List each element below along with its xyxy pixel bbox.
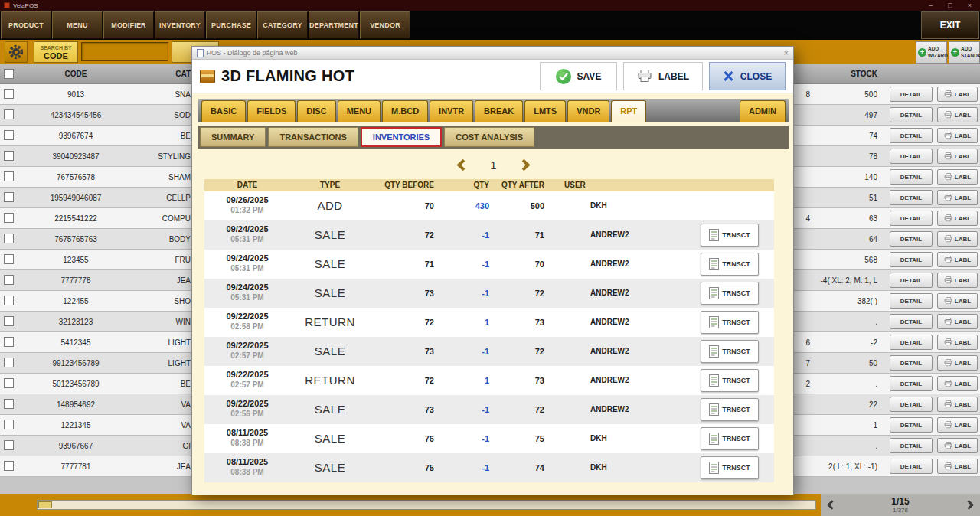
- horizontal-scrollbar[interactable]: [37, 500, 816, 510]
- detail-button[interactable]: DETAIL: [890, 355, 933, 371]
- row-checkbox[interactable]: [4, 171, 14, 181]
- labl-button[interactable]: LABL: [937, 107, 978, 122]
- row-checkbox[interactable]: [4, 440, 14, 450]
- settings-button[interactable]: [5, 41, 28, 63]
- dialog-tab-admin[interactable]: ADMIN: [740, 100, 786, 122]
- trnsct-button[interactable]: TRNSCT: [701, 311, 759, 334]
- search-by-code-button[interactable]: SEARCH BY CODE: [34, 41, 78, 63]
- dialog-tab-mbcd[interactable]: M.BCD: [382, 100, 428, 122]
- dialog-tab-menu[interactable]: MENU: [338, 100, 381, 122]
- dialog-tab-fields[interactable]: FIELDS: [247, 100, 296, 122]
- menu-item-category[interactable]: CATEGORY: [257, 11, 308, 39]
- row-checkbox[interactable]: [4, 399, 14, 409]
- dialog-close-icon[interactable]: ×: [784, 48, 789, 57]
- row-checkbox[interactable]: [4, 151, 14, 161]
- labl-button[interactable]: LABL: [937, 211, 978, 226]
- labl-button[interactable]: LABL: [937, 231, 978, 247]
- detail-button[interactable]: DETAIL: [890, 314, 933, 329]
- search-input[interactable]: [81, 42, 168, 61]
- row-checkbox[interactable]: [4, 254, 14, 264]
- menu-item-modifier[interactable]: MODIFIER: [103, 11, 154, 39]
- prev-inventory-page-icon[interactable]: [457, 158, 469, 171]
- detail-button[interactable]: DETAIL: [890, 335, 933, 350]
- menu-item-inventory[interactable]: INVENTORY: [155, 11, 205, 39]
- detail-button[interactable]: DETAIL: [890, 169, 933, 185]
- next-page-icon[interactable]: [964, 500, 974, 510]
- row-checkbox[interactable]: [4, 130, 14, 140]
- labl-button[interactable]: LABL: [937, 417, 978, 433]
- row-checkbox[interactable]: [4, 316, 14, 326]
- menu-item-menu[interactable]: MENU: [52, 11, 103, 39]
- trnsct-button[interactable]: TRNSCT: [701, 369, 759, 392]
- detail-button[interactable]: DETAIL: [890, 107, 933, 122]
- labl-button[interactable]: LABL: [937, 314, 978, 329]
- labl-button[interactable]: LABL: [937, 252, 978, 267]
- dialog-tab-invtr[interactable]: INVTR: [430, 100, 473, 122]
- trnsct-button[interactable]: TRNSCT: [701, 224, 759, 247]
- detail-button[interactable]: DETAIL: [890, 252, 933, 267]
- detail-button[interactable]: DETAIL: [890, 397, 933, 412]
- detail-button[interactable]: DETAIL: [890, 438, 933, 453]
- row-checkbox[interactable]: [4, 337, 14, 347]
- labl-button[interactable]: LABL: [937, 335, 978, 350]
- row-checkbox[interactable]: [4, 420, 14, 429]
- row-checkbox[interactable]: [4, 192, 14, 202]
- close-icon[interactable]: ×: [968, 0, 972, 11]
- label-button[interactable]: LABEL: [623, 62, 703, 90]
- dialog-tab-vndr[interactable]: VNDR: [567, 100, 609, 122]
- labl-button[interactable]: LABL: [937, 459, 978, 474]
- detail-button[interactable]: DETAIL: [890, 376, 933, 391]
- trnsct-button[interactable]: TRNSCT: [701, 427, 759, 450]
- row-checkbox[interactable]: [4, 296, 14, 305]
- menu-item-department[interactable]: DEPARTMENT: [309, 11, 359, 39]
- detail-button[interactable]: DETAIL: [890, 190, 933, 205]
- detail-button[interactable]: DETAIL: [890, 149, 933, 164]
- detail-button[interactable]: DETAIL: [890, 231, 933, 247]
- labl-button[interactable]: LABL: [937, 376, 978, 391]
- dialog-tab-lmts[interactable]: LMTS: [524, 100, 566, 122]
- dialog-tab-disc[interactable]: DISC: [297, 100, 335, 122]
- row-checkbox[interactable]: [4, 109, 14, 119]
- subtab-inventories[interactable]: INVENTORIES: [361, 127, 442, 147]
- detail-button[interactable]: DETAIL: [890, 128, 933, 143]
- dialog-tab-basic[interactable]: BASIC: [201, 100, 246, 122]
- close-button[interactable]: CLOSE: [709, 62, 786, 90]
- row-checkbox[interactable]: [4, 234, 14, 243]
- minimize-icon[interactable]: –: [929, 0, 933, 11]
- row-checkbox[interactable]: [4, 213, 14, 223]
- labl-button[interactable]: LABL: [937, 190, 978, 205]
- labl-button[interactable]: LABL: [937, 169, 978, 185]
- select-all-checkbox[interactable]: [4, 69, 14, 79]
- row-checkbox[interactable]: [4, 89, 14, 99]
- dialog-tab-rpt[interactable]: RPT: [611, 100, 646, 122]
- trnsct-button[interactable]: TRNSCT: [701, 253, 759, 276]
- detail-button[interactable]: DETAIL: [890, 211, 933, 226]
- row-checkbox[interactable]: [4, 461, 14, 471]
- subtab-transactions[interactable]: TRANSACTIONS: [268, 127, 358, 147]
- labl-button[interactable]: LABL: [937, 355, 978, 371]
- detail-button[interactable]: DETAIL: [890, 459, 933, 474]
- labl-button[interactable]: LABL: [937, 438, 978, 453]
- labl-button[interactable]: LABL: [937, 128, 978, 143]
- row-checkbox[interactable]: [4, 275, 14, 285]
- save-button[interactable]: SAVE: [540, 62, 617, 90]
- add-standard-button[interactable]: + ADD STANDAR: [949, 41, 980, 64]
- maximize-icon[interactable]: □: [948, 0, 952, 11]
- next-inventory-page-icon[interactable]: [518, 158, 530, 171]
- labl-button[interactable]: LABL: [937, 397, 978, 412]
- row-checkbox[interactable]: [4, 378, 14, 388]
- subtab-summary[interactable]: SUMMARY: [200, 127, 266, 147]
- add-wizard-button[interactable]: + ADD WIZARD: [916, 41, 947, 64]
- labl-button[interactable]: LABL: [937, 149, 978, 164]
- detail-button[interactable]: DETAIL: [890, 273, 933, 288]
- labl-button[interactable]: LABL: [937, 87, 978, 102]
- dialog-tab-break[interactable]: BREAK: [475, 100, 523, 122]
- detail-button[interactable]: DETAIL: [890, 87, 933, 102]
- menu-item-product[interactable]: PRODUCT: [1, 11, 51, 39]
- row-checkbox[interactable]: [4, 358, 14, 367]
- trnsct-button[interactable]: TRNSCT: [701, 282, 759, 305]
- subtab-cost-analysis[interactable]: COST ANALYSIS: [444, 127, 534, 147]
- trnsct-button[interactable]: TRNSCT: [701, 398, 759, 421]
- detail-button[interactable]: DETAIL: [890, 293, 933, 309]
- detail-button[interactable]: DETAIL: [890, 417, 933, 433]
